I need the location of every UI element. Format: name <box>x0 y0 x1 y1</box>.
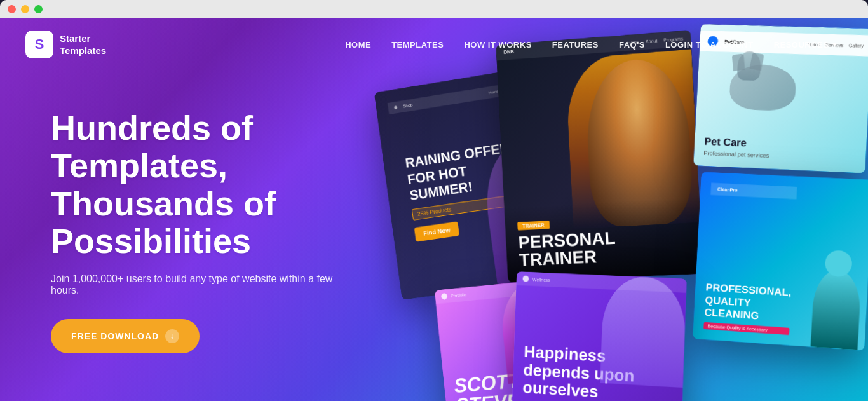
nav-link-how-it-works[interactable]: HOW IT WORKS <box>464 40 531 50</box>
templates-preview: Shop Home Shop About Raining Offers For … <box>370 18 868 401</box>
nav-link-resources[interactable]: RESOURCES ▾ <box>774 40 836 50</box>
template-card-happiness: Wellness Happiness depends upon ourselve… <box>512 271 687 401</box>
nav-link-features[interactable]: FEATURES <box>552 40 599 50</box>
card1-nav-dot <box>394 105 397 109</box>
logo-link[interactable]: S Starter Templates <box>25 31 106 58</box>
download-icon: ↓ <box>165 329 179 343</box>
hero-title-line2: Thousands of Possibilities <box>51 184 276 260</box>
minimize-button[interactable] <box>21 5 29 13</box>
card1-cta[interactable]: Find Now <box>414 221 459 241</box>
fullscreen-button[interactable] <box>34 5 43 13</box>
hero-subtitle: Join 1,000,000+ users to build any type … <box>51 273 349 296</box>
cta-download-button[interactable]: FREE DOWNLOAD ↓ <box>51 319 200 353</box>
nav-link-home[interactable]: HOME <box>345 40 371 50</box>
navbar: S Starter Templates HOME TEMPLATES HOW I… <box>0 18 868 71</box>
card4-tag: Because Quality is necessary <box>703 322 789 335</box>
nav-item-templates[interactable]: TEMPLATES <box>391 39 444 50</box>
hero-section: S Starter Templates HOME TEMPLATES HOW I… <box>0 18 868 401</box>
nav-item-login[interactable]: LOGIN TO ACCOUNT <box>665 39 754 50</box>
logo-icon: S <box>25 31 53 58</box>
nav-link-templates[interactable]: TEMPLATES <box>391 40 444 50</box>
hero-content: Hundreds of Templates, Thousands of Poss… <box>0 71 349 353</box>
nav-item-faqs[interactable]: FAQ'S <box>619 39 645 50</box>
template-card-cleaning: CleanPro Professional, Quality Cleaning … <box>693 172 868 351</box>
resources-label: RESOURCES <box>774 40 829 50</box>
hero-title-line1: Hundreds of Templates, <box>51 109 253 184</box>
card4-right <box>799 177 868 350</box>
logo-text: Starter Templates <box>60 32 106 57</box>
logo-line1: Starter <box>60 32 106 45</box>
card2-title: PERSONAL TRAINER <box>518 226 689 269</box>
card3-content: Pet Care Professional pet services <box>703 135 857 163</box>
download-arrow: ↓ <box>170 332 175 341</box>
nav-item-how-it-works[interactable]: HOW IT WORKS <box>464 39 531 50</box>
nav-item-features[interactable]: FEATURES <box>552 39 599 50</box>
close-button[interactable] <box>8 5 16 13</box>
nav-link-faqs[interactable]: FAQ'S <box>619 40 645 50</box>
nav-item-home[interactable]: HOME <box>345 39 371 50</box>
logo-letter: S <box>35 36 44 53</box>
card2-overlay: TRAINER PERSONAL TRAINER <box>505 196 703 282</box>
nav-link-login[interactable]: LOGIN TO ACCOUNT <box>665 40 754 50</box>
logo-line2: Templates <box>60 44 106 57</box>
card4-left: CleanPro Professional, Quality Cleaning … <box>693 172 808 346</box>
nav-links: HOME TEMPLATES HOW IT WORKS FEATURES FAQ… <box>345 39 836 50</box>
card4-title: Professional, Quality Cleaning <box>704 282 792 324</box>
hero-title: Hundreds of Templates, Thousands of Poss… <box>51 109 349 261</box>
nav-item-resources[interactable]: RESOURCES ▾ <box>774 40 836 50</box>
window-chrome <box>0 0 868 18</box>
cta-label: FREE DOWNLOAD <box>71 331 159 341</box>
resources-chevron-icon: ▾ <box>832 40 837 49</box>
